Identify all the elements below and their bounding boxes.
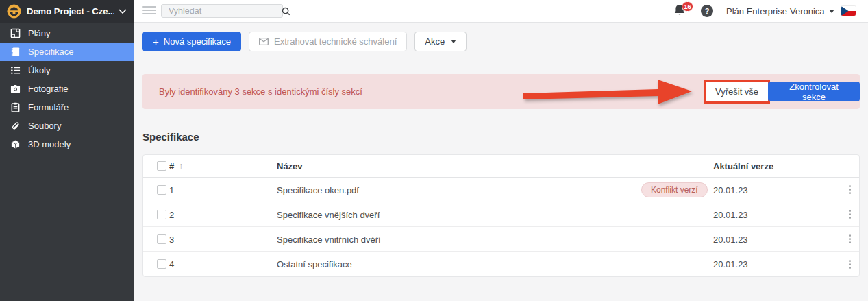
row-menu-kebab-icon[interactable]	[843, 208, 856, 221]
row-menu-kebab-icon[interactable]	[843, 232, 856, 246]
sidebar: Demo Project - Cze... Plány Specifikace	[0, 0, 134, 301]
table-row[interactable]: 1 Specifikace oken.pdf Konflikt verzí 20…	[143, 178, 859, 202]
project-selector[interactable]: Demo Project - Cze...	[0, 0, 134, 23]
sidebar-item-ukoly[interactable]: Úkoly	[0, 61, 134, 80]
app-root: Demo Project - Cze... Plány Specifikace	[0, 0, 868, 301]
sidebar-menu: Plány Specifikace Úkoly Fotografie	[0, 23, 134, 154]
actions-dropdown-button[interactable]: Akce	[414, 32, 467, 51]
notifications-button[interactable]: 16	[673, 3, 691, 20]
version-conflict-badge: Konflikt verzí	[641, 182, 708, 197]
page-title: Specifikace	[142, 131, 199, 143]
row-version: 20.01.23	[713, 209, 748, 219]
user-menu[interactable]: Veronica	[790, 6, 834, 16]
row-menu-kebab-icon[interactable]	[843, 183, 856, 197]
cube-3d-icon	[10, 139, 21, 150]
row-version: 20.01.23	[713, 184, 748, 195]
sidebar-item-label: Úkoly	[28, 65, 51, 75]
sidebar-item-label: Fotografie	[28, 84, 69, 94]
column-header-name[interactable]: Název	[277, 161, 303, 171]
sidebar-item-label: Plány	[28, 28, 51, 38]
select-all-checkbox[interactable]	[157, 161, 166, 171]
project-logo-icon	[7, 4, 21, 19]
extract-technical-approval-button[interactable]: Extrahovat technické schválení	[249, 32, 407, 51]
table-header-row: # ↑ Název Aktuální verze	[143, 155, 859, 178]
main-content: + Nová specifikace Extrahovat technické …	[134, 23, 868, 301]
photos-icon	[10, 84, 21, 95]
row-name: Specifikace vnějších dveří	[277, 209, 380, 219]
envelope-icon	[259, 38, 269, 45]
plans-icon	[10, 28, 21, 39]
new-specification-button[interactable]: + Nová specifikace	[142, 32, 241, 51]
search-box	[161, 4, 283, 18]
language-flag-czech[interactable]	[841, 6, 856, 16]
sidebar-item-specifikace[interactable]: Specifikace	[0, 43, 134, 61]
row-checkbox[interactable]	[157, 259, 166, 269]
row-name: Ostatní specifikace	[277, 259, 352, 269]
row-number: 3	[169, 234, 174, 244]
sidebar-item-label: 3D modely	[28, 139, 71, 149]
table-row[interactable]: 4 Ostatní specifikace 20.01.23	[143, 252, 859, 276]
row-version: 20.01.23	[713, 259, 748, 269]
search-icon[interactable]	[282, 7, 290, 16]
sidebar-item-plany[interactable]: Plány	[0, 24, 134, 43]
row-version: 20.01.23	[713, 234, 748, 244]
sidebar-item-label: Specifikace	[28, 47, 73, 57]
row-menu-kebab-icon[interactable]	[843, 257, 856, 271]
check-sections-button[interactable]: Zkontrolovat sekce	[768, 82, 860, 101]
files-icon	[10, 121, 21, 132]
row-checkbox[interactable]	[157, 185, 166, 195]
row-name: Specifikace oken.pdf	[277, 184, 359, 195]
plus-icon: +	[153, 36, 159, 47]
row-checkbox[interactable]	[157, 210, 166, 219]
help-icon: ?	[705, 7, 710, 15]
caret-down-icon	[451, 40, 456, 43]
help-button[interactable]: ?	[701, 5, 713, 17]
forms-icon	[10, 102, 21, 113]
toolbar: + Nová specifikace Extrahovat technické …	[142, 32, 467, 51]
alert-message: Byly identifikovány 3 sekce s identickým…	[159, 74, 362, 109]
caret-down-icon	[829, 10, 834, 13]
row-number: 1	[169, 184, 174, 195]
hamburger-menu-icon[interactable]	[142, 6, 156, 16]
topbar: 16 ? Plán Enterprise Veronica	[134, 0, 868, 23]
alert-banner: Byly identifikovány 3 sekce s identickým…	[142, 74, 860, 109]
row-number: 2	[169, 209, 174, 219]
sidebar-item-soubory[interactable]: Soubory	[0, 117, 134, 135]
plan-label: Plán Enterprise	[726, 6, 787, 16]
specifications-table: # ↑ Název Aktuální verze 1 Specifikace o…	[142, 154, 860, 277]
row-name: Specifikace vnitřních dvěří	[277, 234, 381, 244]
sort-asc-icon[interactable]: ↑	[179, 161, 183, 171]
sidebar-item-label: Soubory	[28, 121, 61, 131]
notification-count-badge: 16	[682, 1, 693, 12]
sidebar-item-3d-modely[interactable]: 3D modely	[0, 135, 134, 154]
table-row[interactable]: 2 Specifikace vnějších dveří 20.01.23	[143, 202, 859, 227]
resolve-all-button[interactable]: Vyřešit vše	[706, 82, 768, 101]
search-input[interactable]	[162, 6, 282, 16]
sidebar-item-fotografie[interactable]: Fotografie	[0, 80, 134, 98]
sidebar-item-label: Formuláře	[28, 102, 69, 112]
column-header-number[interactable]: #	[169, 161, 174, 171]
user-name: Veronica	[790, 6, 825, 16]
project-name: Demo Project - Cze...	[27, 6, 114, 16]
table-row[interactable]: 3 Specifikace vnitřních dvěří 20.01.23	[143, 227, 859, 252]
column-header-version[interactable]: Aktuální verze	[713, 161, 773, 171]
chevron-down-icon	[119, 9, 127, 14]
annotation-highlight-box: Vyřešit vše	[704, 80, 770, 104]
row-checkbox[interactable]	[157, 234, 166, 244]
specifications-icon	[10, 47, 21, 58]
sidebar-item-formulare[interactable]: Formuláře	[0, 98, 134, 117]
row-number: 4	[169, 259, 174, 269]
tasks-icon	[10, 65, 21, 76]
